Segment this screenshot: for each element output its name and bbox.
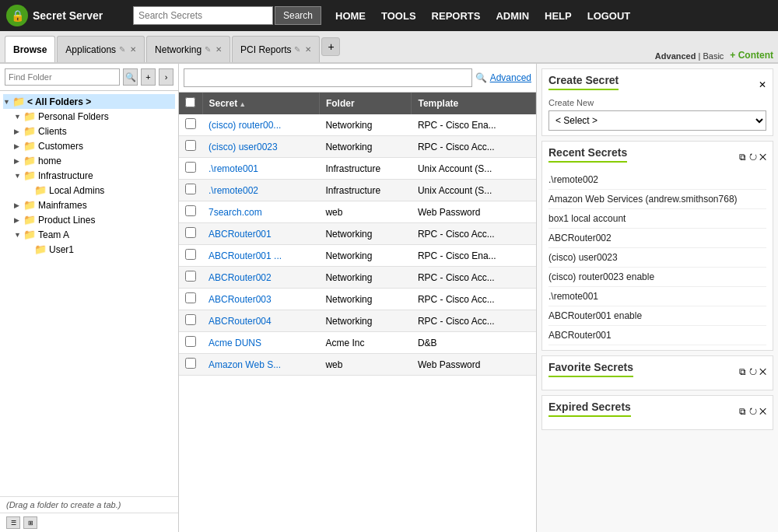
row-checkbox-cell[interactable]	[179, 267, 202, 289]
row-checkbox[interactable]	[185, 162, 196, 173]
folder-clients[interactable]: ▶ 📁 Clients	[3, 124, 175, 138]
row-checkbox[interactable]	[185, 118, 196, 129]
folder-mainframes[interactable]: ▶ 📁 Mainframes	[3, 198, 175, 212]
recent-refresh-icon[interactable]: ↻	[749, 152, 757, 163]
search-button[interactable]: Search	[275, 6, 321, 25]
row-secret-name[interactable]: ABCRouter001	[202, 223, 319, 245]
row-secret-name[interactable]: ABCRouter002	[202, 267, 319, 289]
list-view-button[interactable]: ☰	[6, 516, 20, 529]
favorite-open-icon[interactable]: ⧉	[739, 366, 746, 377]
recent-secret-item[interactable]: Amazon Web Services (andrew.smithson768)	[548, 190, 766, 209]
col-template[interactable]: Template	[412, 93, 536, 114]
folder-product-lines[interactable]: ▶ 📁 Product Lines	[3, 212, 175, 227]
recent-secret-item[interactable]: .\remote001	[548, 287, 766, 306]
row-checkbox[interactable]	[185, 249, 196, 260]
row-secret-name[interactable]: ABCRouter004	[202, 310, 319, 332]
row-checkbox[interactable]	[185, 271, 196, 282]
row-checkbox-cell[interactable]	[179, 201, 202, 223]
tab-networking-close-icon[interactable]: ✕	[216, 45, 222, 54]
nav-help[interactable]: HELP	[545, 10, 572, 22]
folder-customers[interactable]: ▶ 📁 Customers	[3, 138, 175, 153]
recent-secret-item[interactable]: box1 local account	[548, 209, 766, 229]
nav-admin[interactable]: ADMIN	[496, 10, 529, 22]
nav-tools[interactable]: TOOLS	[381, 10, 416, 22]
folder-local-admins[interactable]: 📁 Local Admins	[3, 183, 175, 198]
row-secret-name[interactable]: Acme DUNS	[202, 332, 319, 354]
folder-nav-button[interactable]: ›	[159, 68, 173, 86]
expired-open-icon[interactable]: ⧉	[739, 406, 746, 417]
advanced-search-link[interactable]: Advanced	[490, 72, 531, 83]
row-checkbox-cell[interactable]	[179, 158, 202, 180]
tab-browse[interactable]: Browse	[5, 36, 55, 62]
nav-reports[interactable]: REPORTS	[432, 10, 481, 22]
row-checkbox[interactable]	[185, 205, 196, 216]
tab-add-button[interactable]: +	[321, 37, 340, 56]
row-checkbox-cell[interactable]	[179, 289, 202, 310]
recent-close-icon[interactable]: ✕	[759, 152, 766, 163]
recent-open-icon[interactable]: ⧉	[739, 152, 746, 163]
row-checkbox-cell[interactable]	[179, 245, 202, 267]
grid-view-button[interactable]: ⊞	[23, 516, 37, 529]
row-checkbox-cell[interactable]	[179, 136, 202, 158]
recent-secret-item[interactable]: ABCRouter002	[548, 229, 766, 248]
col-folder[interactable]: Folder	[319, 93, 412, 114]
col-secret[interactable]: Secret▲	[202, 93, 319, 114]
select-all-checkbox[interactable]	[185, 97, 195, 107]
expired-close-icon[interactable]: ✕	[759, 406, 766, 417]
recent-secret-item[interactable]: ABCRouter001 enable	[548, 306, 766, 326]
secrets-search-input[interactable]	[184, 68, 472, 87]
nav-logout[interactable]: LOGOUT	[587, 10, 631, 22]
row-checkbox[interactable]	[185, 140, 196, 151]
content-button[interactable]: + Content	[730, 50, 773, 61]
nav-home[interactable]: HOME	[335, 10, 366, 22]
tab-pci-reports-close-icon[interactable]: ✕	[305, 45, 311, 54]
tab-applications[interactable]: Applications ✎ ✕	[57, 36, 145, 62]
row-checkbox[interactable]	[185, 227, 196, 238]
recent-secret-item[interactable]: .\remote002	[548, 170, 766, 190]
row-secret-name[interactable]: (cisco) router00...	[202, 114, 319, 136]
folder-icon-product-lines: 📁	[23, 214, 36, 226]
row-secret-name[interactable]: 7search.com	[202, 201, 319, 223]
folder-search-input[interactable]	[5, 68, 120, 86]
col-checkbox[interactable]	[179, 93, 202, 114]
view-advanced[interactable]: Advanced	[655, 51, 696, 61]
recent-secret-item[interactable]: (cisco) user0023	[548, 248, 766, 268]
folder-search-button[interactable]: 🔍	[123, 68, 138, 86]
row-secret-name[interactable]: ABCRouter003	[202, 289, 319, 310]
row-checkbox[interactable]	[185, 184, 196, 194]
row-secret-name[interactable]: Amazon Web S...	[202, 354, 319, 376]
folder-infrastructure[interactable]: ▼ 📁 Infrastructure	[3, 168, 175, 183]
expired-refresh-icon[interactable]: ↻	[749, 406, 757, 417]
recent-secret-item[interactable]: ABCRouter001	[548, 326, 766, 345]
row-checkbox-cell[interactable]	[179, 332, 202, 354]
row-checkbox[interactable]	[185, 292, 196, 303]
row-checkbox-cell[interactable]	[179, 114, 202, 136]
create-secret-close-icon[interactable]: ✕	[759, 79, 766, 90]
row-checkbox[interactable]	[185, 336, 196, 347]
folder-all[interactable]: ▼ 📁 < All Folders >	[3, 94, 175, 109]
row-checkbox-cell[interactable]	[179, 310, 202, 332]
tab-pci-reports[interactable]: PCI Reports ✎ ✕	[232, 36, 320, 62]
row-checkbox-cell[interactable]	[179, 180, 202, 201]
row-checkbox-cell[interactable]	[179, 223, 202, 245]
row-secret-name[interactable]: ABCRouter001 ...	[202, 245, 319, 267]
folder-add-button[interactable]: +	[141, 68, 156, 86]
row-secret-name[interactable]: .\remote001	[202, 158, 319, 180]
row-checkbox-cell[interactable]	[179, 354, 202, 376]
row-checkbox[interactable]	[185, 358, 196, 369]
create-secret-select[interactable]: < Select >	[548, 110, 766, 131]
view-basic[interactable]: Basic	[703, 51, 724, 61]
recent-secret-item[interactable]: (cisco) router0023 enable	[548, 268, 766, 287]
folder-home[interactable]: ▶ 📁 home	[3, 153, 175, 168]
row-checkbox[interactable]	[185, 314, 196, 325]
search-input[interactable]	[133, 6, 273, 25]
folder-personal[interactable]: ▼ 📁 Personal Folders	[3, 109, 175, 124]
tab-applications-close-icon[interactable]: ✕	[130, 45, 136, 54]
folder-team-a[interactable]: ▼ 📁 Team A	[3, 227, 175, 242]
favorite-close-icon[interactable]: ✕	[759, 366, 766, 377]
row-secret-name[interactable]: (cisco) user0023	[202, 136, 319, 158]
tab-networking[interactable]: Networking ✎ ✕	[146, 36, 230, 62]
folder-user1[interactable]: 📁 User1	[3, 242, 175, 257]
favorite-refresh-icon[interactable]: ↻	[749, 366, 757, 377]
row-secret-name[interactable]: .\remote002	[202, 180, 319, 201]
